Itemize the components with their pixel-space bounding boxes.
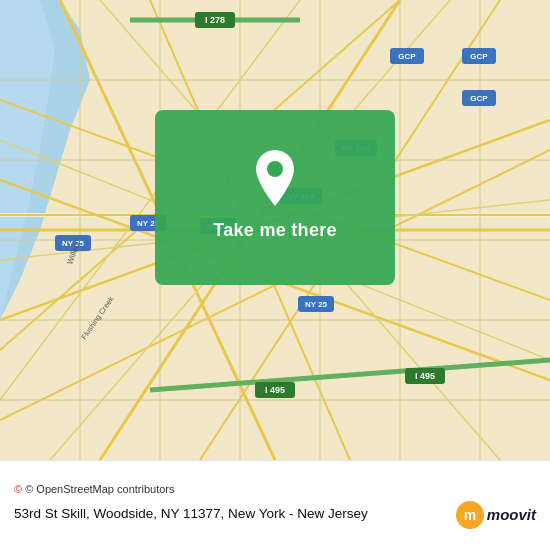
- moovit-logo: m moovit: [456, 501, 536, 529]
- svg-text:GCP: GCP: [470, 94, 488, 103]
- osm-credit: © © OpenStreetMap contributors: [14, 483, 536, 495]
- moovit-brand-text: moovit: [487, 506, 536, 523]
- svg-text:NY 25: NY 25: [305, 300, 328, 309]
- take-me-there-button[interactable]: Take me there: [203, 216, 347, 245]
- svg-point-59: [267, 161, 283, 177]
- svg-text:I 495: I 495: [415, 371, 435, 381]
- moovit-logo-icon: m: [456, 501, 484, 529]
- svg-text:GCP: GCP: [398, 52, 416, 61]
- svg-text:GCP: GCP: [470, 52, 488, 61]
- copyright-symbol: ©: [14, 483, 22, 495]
- green-panel: Take me there: [155, 110, 395, 285]
- osm-credit-text: © OpenStreetMap contributors: [25, 483, 174, 495]
- location-row: 53rd St Skill, Woodside, NY 11377, New Y…: [14, 501, 536, 529]
- map-container: I 278 I 495 I 495 NY 25 NY 25 NY 25 NY 2…: [0, 0, 550, 550]
- location-pin-icon: [252, 150, 298, 206]
- svg-text:I 495: I 495: [265, 385, 285, 395]
- bottom-bar: © © OpenStreetMap contributors 53rd St S…: [0, 460, 550, 550]
- svg-text:I 278: I 278: [205, 15, 225, 25]
- svg-text:m: m: [464, 507, 476, 523]
- address-text: 53rd St Skill, Woodside, NY 11377, New Y…: [14, 505, 446, 524]
